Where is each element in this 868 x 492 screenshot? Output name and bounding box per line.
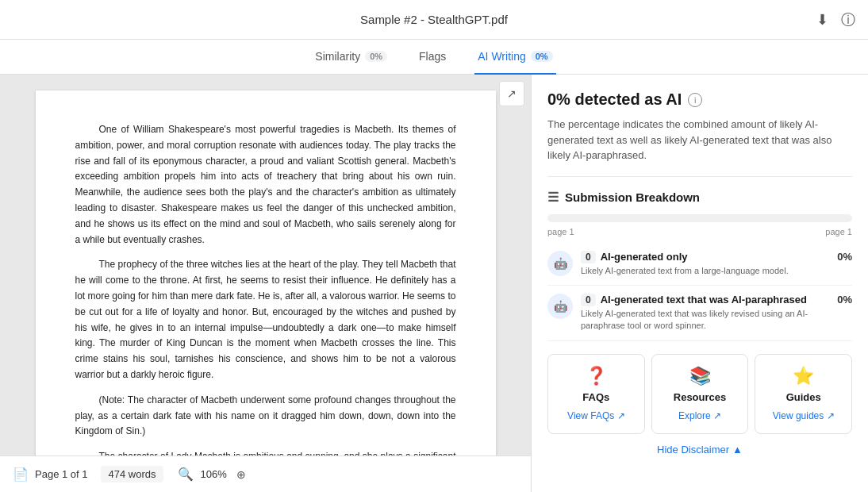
expand-button[interactable]: ↗ [499,81,524,106]
hide-disclaimer[interactable]: Hide Disclaimer ▲ [547,444,852,455]
help-card-resources[interactable]: 📚 Resources Explore ↗ [651,354,749,434]
pdf-paragraph-1: One of William Shakespeare's most powerf… [75,122,456,248]
main-content: ↗ One of William Shakespeare's most powe… [0,75,868,492]
ai-paraphrased-score: 0% [837,294,852,306]
faqs-title: FAQs [556,391,636,403]
tab-ai-writing-label: AI Writing [478,50,525,63]
resources-link[interactable]: Explore ↗ [678,410,721,421]
ai-only-label: AI-generated only [601,251,688,263]
faqs-link[interactable]: View FAQs ↗ [567,410,624,421]
pdf-text: One of William Shakespeare's most powerf… [75,122,456,492]
right-panel: 0% detected as AI i The percentage indic… [532,75,868,492]
tab-similarity-label: Similarity [315,50,360,63]
faqs-icon: ❓ [556,366,636,386]
breakdown-list-icon: ☰ [547,190,559,205]
ai-only-score: 0% [837,251,852,263]
zoom-out-button[interactable]: 🔍 [176,465,195,484]
hide-disclaimer-label: Hide Disclaimer [657,444,729,455]
help-card-faqs[interactable]: ❓ FAQs View FAQs ↗ [547,354,645,434]
ai-paraphrased-content: 0 AI-generated text that was AI-paraphra… [581,294,829,332]
tab-ai-writing[interactable]: AI Writing 0% [474,40,555,75]
guides-title: Guides [763,391,843,403]
progress-bar-track [547,214,852,222]
detection-item-ai-only: 🤖 0 AI-generated only Likely AI-generate… [547,243,852,286]
guides-link[interactable]: View guides ↗ [773,410,835,421]
ai-paraphrased-icon: 🤖 [554,300,567,313]
ai-only-icon: 🤖 [554,257,567,270]
tab-similarity-badge: 0% [365,51,387,62]
ai-paraphrased-count: 0 [581,294,596,306]
pdf-panel[interactable]: ↗ One of William Shakespeare's most powe… [0,75,532,492]
tab-similarity[interactable]: Similarity 0% [312,40,390,75]
ai-only-desc: Likely AI-generated text from a large-la… [581,265,829,277]
resources-title: Resources [660,391,740,403]
pdf-paragraph-3: (Note: The character of Macbeth underwen… [75,393,456,440]
guides-icon: ⭐ [763,366,843,386]
ai-score-header: 0% detected as AI i [547,90,852,109]
pdf-page: One of William Shakespeare's most powerf… [36,90,496,492]
page-indicator: 📄 Page 1 of 1 [13,467,88,482]
breakdown-header: ☰ Submission Breakdown [547,190,852,205]
ai-paraphrased-label: AI-generated text that was AI-paraphrase… [601,294,807,306]
expand-icon: ↗ [507,87,517,100]
ai-paraphrased-title: 0 AI-generated text that was AI-paraphra… [581,294,829,306]
zoom-in-button[interactable]: ⊕ [232,465,251,484]
detection-item-ai-paraphrased: 🤖 0 AI-generated text that was AI-paraph… [547,286,852,341]
help-card-guides[interactable]: ⭐ Guides View guides ↗ [755,354,852,434]
pdf-paragraph-2: The prophecy of the three witches lies a… [75,257,456,382]
header: Sample #2 - StealthGPT.pdf ⬇ ⓘ [0,0,868,40]
ai-score-title: 0% detected as AI [547,90,682,109]
tab-flags-label: Flags [419,50,446,63]
hide-disclaimer-chevron: ▲ [732,444,743,455]
ai-only-title: 0 AI-generated only [581,251,829,263]
page-label: Page 1 of 1 [35,468,88,480]
ai-only-count: 0 [581,251,596,263]
ai-paraphrased-avatar: 🤖 [547,294,573,319]
download-icon[interactable]: ⬇ [816,11,828,29]
page-doc-icon: 📄 [13,467,29,482]
progress-labels: page 1 page 1 [547,227,852,236]
ai-score-description: The percentage indicates the combined am… [547,117,852,177]
progress-bar-container [547,214,852,222]
help-cards: ❓ FAQs View FAQs ↗ 📚 Resources Explore ↗… [547,354,852,434]
ai-only-avatar: 🤖 [547,251,573,276]
info-icon[interactable]: ⓘ [841,10,855,29]
word-count-badge: 474 words [101,466,164,482]
progress-label-left: page 1 [547,227,574,236]
header-title: Sample #2 - StealthGPT.pdf [360,13,508,26]
tab-ai-writing-badge: 0% [531,51,553,62]
header-actions: ⬇ ⓘ [816,10,855,29]
ai-only-content: 0 AI-generated only Likely AI-generated … [581,251,829,277]
bottom-bar: 📄 Page 1 of 1 474 words 🔍 106% ⊕ [0,455,532,492]
tab-flags[interactable]: Flags [416,40,449,75]
ai-paraphrased-desc: Likely AI-generated text that was likely… [581,308,829,332]
zoom-controls: 🔍 106% ⊕ [176,465,250,484]
breakdown-title: Submission Breakdown [565,190,700,204]
tabs-bar: Similarity 0% Flags AI Writing 0% [0,40,868,75]
progress-label-right: page 1 [825,227,852,236]
resources-icon: 📚 [660,366,740,386]
zoom-level: 106% [200,468,226,480]
ai-score-info-icon[interactable]: i [688,93,702,107]
